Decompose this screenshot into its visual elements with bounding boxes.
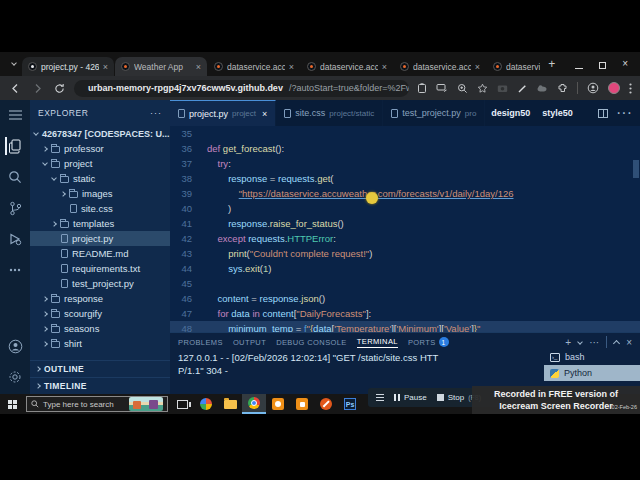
more-views-icon[interactable]	[6, 261, 24, 279]
tree-item[interactable]: project.py	[30, 231, 170, 246]
tree-item[interactable]: 42678347 [CODESPACES: U...	[30, 126, 170, 141]
bookmark-star-icon[interactable]	[477, 83, 488, 94]
browser-tab[interactable]: project.py - 42678×	[22, 57, 114, 76]
profile-sync-icon[interactable]	[587, 82, 599, 94]
panel-close-icon[interactable]: ×	[626, 337, 632, 348]
tab-close-icon[interactable]: ×	[382, 62, 387, 72]
split-editor-icon[interactable]	[598, 109, 608, 118]
editor-more-icon[interactable]: ···	[616, 104, 632, 122]
extension-pen-icon[interactable]	[517, 83, 527, 93]
extensions-puzzle-icon[interactable]	[557, 83, 568, 94]
tree-item[interactable]: professor	[30, 141, 170, 156]
pencil-app-icon[interactable]	[314, 394, 338, 414]
panel-tab-output[interactable]: OUTPUT	[233, 338, 266, 347]
recorder-menu-icon[interactable]	[376, 394, 384, 401]
sidebar-section-outline[interactable]: OUTLINE	[30, 360, 170, 377]
tree-item[interactable]: site.css	[30, 201, 170, 216]
source-control-icon[interactable]	[6, 199, 24, 217]
bookmark-list-icon[interactable]	[417, 83, 427, 94]
search-highlight-illustration[interactable]	[129, 397, 163, 411]
tree-item[interactable]: scourgify	[30, 306, 170, 321]
photos-app-icon[interactable]	[194, 394, 218, 414]
zoom-icon[interactable]	[457, 83, 468, 94]
send-to-device-icon[interactable]	[436, 83, 448, 93]
tree-item[interactable]: seasons	[30, 321, 170, 336]
url-bar[interactable]: urban-memory-rpgp4j7xv76cww5v.github.dev…	[74, 80, 409, 97]
explorer-view-icon[interactable]	[5, 137, 23, 155]
browser-tab[interactable]: dataservice.accuw×	[394, 57, 486, 76]
editor-tab-path: pro	[465, 109, 477, 118]
tree-item[interactable]: static	[30, 171, 170, 186]
task-view-button[interactable]	[170, 394, 194, 414]
new-tab-button[interactable]: +	[540, 57, 563, 71]
reload-icon[interactable]	[52, 81, 66, 95]
tab-close-icon[interactable]: ×	[103, 62, 108, 72]
activity-bar	[0, 100, 30, 394]
tab-close-icon[interactable]: ×	[196, 62, 201, 72]
menu-hamburger-icon[interactable]	[6, 106, 24, 124]
sidebar-more-icon[interactable]: ···	[150, 108, 162, 118]
tree-item[interactable]: test_project.py	[30, 276, 170, 291]
search-view-icon[interactable]	[6, 168, 24, 186]
chrome-taskbar-icon[interactable]	[242, 394, 266, 414]
sidebar-section-timeline[interactable]: TIMELINE	[30, 377, 170, 394]
browser-tab[interactable]: dataservice.accuw×	[487, 57, 540, 76]
terminal-list-item[interactable]: Python	[544, 365, 640, 381]
panel-maximize-icon[interactable]	[613, 340, 620, 347]
tree-item[interactable]: project	[30, 156, 170, 171]
icecream-screenshot-icon[interactable]	[290, 394, 314, 414]
browser-tab[interactable]: dataservice.accuw×	[208, 57, 300, 76]
taskbar-search[interactable]: Type here to search	[26, 396, 168, 412]
tree-item[interactable]: README.md	[30, 246, 170, 261]
editor-tab[interactable]: site.cssproject/static	[276, 100, 383, 126]
new-terminal-icon[interactable]: +	[565, 337, 571, 348]
tree-item[interactable]: shirt	[30, 336, 170, 351]
panel-tab-debug-console[interactable]: DEBUG CONSOLE	[276, 338, 347, 347]
editor-tab[interactable]: project.pyproject×	[170, 100, 276, 126]
window-minimize-button[interactable]	[575, 55, 583, 73]
settings-gear-icon[interactable]	[6, 368, 24, 386]
editor-tab[interactable]: test_project.pypro	[383, 100, 485, 126]
tab-search-chevron-icon[interactable]	[6, 63, 22, 65]
extension-cloud-icon[interactable]	[536, 84, 548, 92]
tab-close-icon[interactable]: ×	[289, 62, 294, 72]
code-text: )	[207, 201, 231, 216]
window-maximize-button[interactable]	[599, 55, 606, 73]
editor-tab-close-icon[interactable]: ×	[262, 109, 267, 119]
browser-menu-icon[interactable]	[629, 83, 632, 94]
panel-tab-terminal[interactable]: TERMINAL	[357, 337, 398, 348]
tree-item[interactable]: images	[30, 186, 170, 201]
tree-item[interactable]: response	[30, 291, 170, 306]
sidebar-header: EXPLORER ···	[30, 100, 170, 126]
editor-scrollbar[interactable]	[633, 160, 639, 178]
start-button[interactable]	[0, 394, 24, 414]
tree-item[interactable]: templates	[30, 216, 170, 231]
file-icon	[391, 109, 398, 118]
browser-tab-strip: project.py - 42678×Weather App×dataservi…	[0, 52, 640, 76]
profile-avatar[interactable]	[608, 82, 620, 94]
terminal-more-icon[interactable]: ···	[589, 337, 599, 348]
photoshop-icon[interactable]: Ps	[338, 394, 362, 414]
terminal-dropdown-icon[interactable]	[577, 339, 583, 345]
panel-tab-ports[interactable]: PORTS1	[408, 337, 449, 347]
extension-camera-icon[interactable]	[497, 84, 508, 93]
browser-tab[interactable]: Weather App×	[115, 57, 207, 76]
code-text: sys.exit(1)	[207, 261, 271, 276]
forward-icon[interactable]	[30, 81, 44, 95]
back-icon[interactable]	[8, 81, 22, 95]
tree-item[interactable]: requirements.txt	[30, 261, 170, 276]
editor-tab[interactable]: design50	[485, 100, 536, 126]
browser-tab[interactable]: dataservice.accuw×	[301, 57, 393, 76]
icecream-recorder-icon[interactable]	[266, 394, 290, 414]
tab-close-icon[interactable]: ×	[475, 62, 480, 72]
run-debug-icon[interactable]	[6, 230, 24, 248]
code-text: def get_forecast():	[207, 141, 284, 156]
account-icon[interactable]	[6, 337, 24, 355]
panel-tab-problems[interactable]: PROBLEMS	[178, 338, 223, 347]
editor-tab[interactable]: style50	[536, 100, 579, 126]
pause-button[interactable]: Pause	[394, 393, 427, 402]
window-close-button[interactable]: ×	[622, 59, 628, 69]
terminal-list-item[interactable]: bash	[544, 349, 640, 365]
file-explorer-icon[interactable]	[218, 394, 242, 414]
code-editor[interactable]: 3536def get_forecast():37 try:38 respons…	[170, 126, 640, 332]
